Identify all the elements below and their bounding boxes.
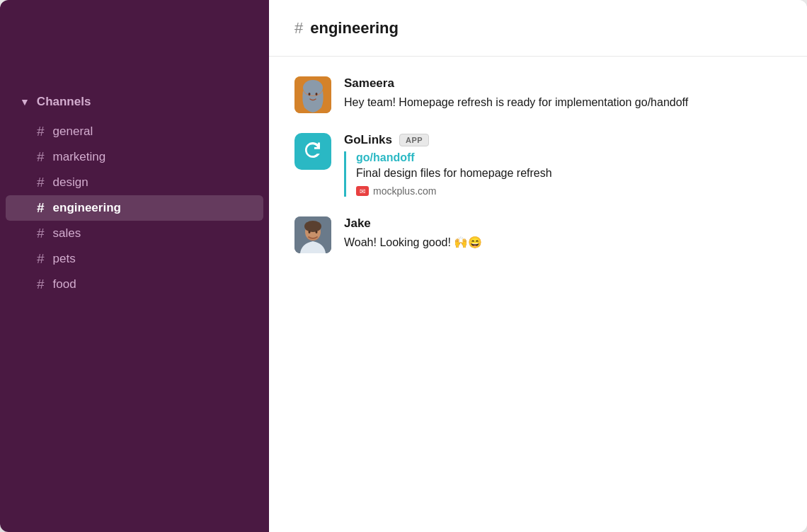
message-msg2: GoLinks APP go/handoff Final design file… [294, 133, 782, 197]
channels-label: Channels [37, 95, 91, 109]
golinks-desc: Final design files for homepage refresh [356, 167, 782, 180]
channel-list: #general#marketing#design#engineering#sa… [0, 119, 269, 297]
avatar-jake [294, 216, 331, 253]
channel-item-label: pets [53, 252, 76, 266]
username-msg1: Sameera [344, 76, 394, 91]
sidebar: ▼ Channels #general#marketing#design#eng… [0, 0, 269, 532]
username-msg2: GoLinks [344, 133, 392, 147]
message-msg1: Sameera Hey team! Homepage refresh is re… [294, 76, 782, 113]
golinks-card: go/handoff Final design files for homepa… [344, 151, 782, 197]
svg-point-7 [304, 221, 321, 232]
channel-item-label: sales [53, 226, 81, 241]
sidebar-top [0, 0, 269, 78]
sidebar-item-engineering[interactable]: #engineering [6, 195, 263, 221]
channel-item-label: general [53, 125, 93, 139]
message-text-msg3: Woah! Looking good! 🙌😄 [344, 234, 782, 251]
main-content: # engineering Sameera Hey team! Homepage… [269, 0, 807, 532]
svg-point-3 [309, 93, 311, 96]
message-msg3: Jake Woah! Looking good! 🙌😄 [294, 216, 782, 253]
chevron-down-icon: ▼ [20, 96, 30, 108]
channel-item-label: engineering [53, 201, 121, 215]
hash-icon: # [37, 200, 45, 216]
messages-area: Sameera Hey team! Homepage refresh is re… [269, 57, 807, 532]
username-msg3: Jake [344, 216, 371, 231]
channel-item-label: marketing [53, 150, 106, 164]
channel-item-label: food [53, 277, 76, 291]
hash-icon: # [37, 175, 45, 190]
message-header-msg2: GoLinks APP [344, 133, 782, 147]
message-body-msg2: GoLinks APP go/handoff Final design file… [344, 133, 782, 197]
sidebar-item-sales[interactable]: #sales [6, 221, 263, 246]
message-body-msg3: Jake Woah! Looking good! 🙌😄 [344, 216, 782, 251]
golinks-link[interactable]: go/handoff [356, 151, 782, 164]
golinks-source-url: mockplus.com [373, 185, 436, 197]
message-header-msg1: Sameera [344, 76, 782, 91]
hash-icon: # [37, 277, 45, 292]
hash-icon: # [37, 251, 45, 267]
mockplus-icon [356, 186, 369, 196]
channel-hash-icon: # [294, 19, 303, 37]
channels-section: ▼ Channels #general#marketing#design#eng… [0, 78, 269, 297]
app-container: ▼ Channels #general#marketing#design#eng… [0, 0, 807, 532]
hash-icon: # [37, 226, 45, 241]
sidebar-item-pets[interactable]: #pets [6, 246, 263, 272]
message-header-msg3: Jake [344, 216, 782, 231]
svg-point-8 [309, 231, 311, 233]
hash-icon: # [37, 124, 45, 139]
sidebar-item-design[interactable]: #design [6, 170, 263, 195]
sidebar-item-marketing[interactable]: #marketing [6, 144, 263, 170]
channel-header: # engineering [269, 0, 807, 57]
sidebar-item-general[interactable]: #general [6, 119, 263, 144]
message-body-msg1: Sameera Hey team! Homepage refresh is re… [344, 76, 782, 111]
sidebar-item-food[interactable]: #food [6, 272, 263, 297]
message-text-msg1: Hey team! Homepage refresh is ready for … [344, 94, 782, 111]
avatar-golinks [294, 133, 331, 170]
svg-point-4 [316, 93, 318, 96]
channel-name: engineering [310, 19, 399, 37]
hash-icon: # [37, 149, 45, 165]
channels-header[interactable]: ▼ Channels [0, 89, 269, 115]
app-badge: APP [399, 134, 429, 146]
golinks-source: mockplus.com [356, 185, 782, 197]
avatar-sameera [294, 76, 331, 113]
svg-point-2 [303, 80, 323, 96]
channel-item-label: design [53, 175, 88, 190]
svg-point-9 [316, 231, 318, 233]
